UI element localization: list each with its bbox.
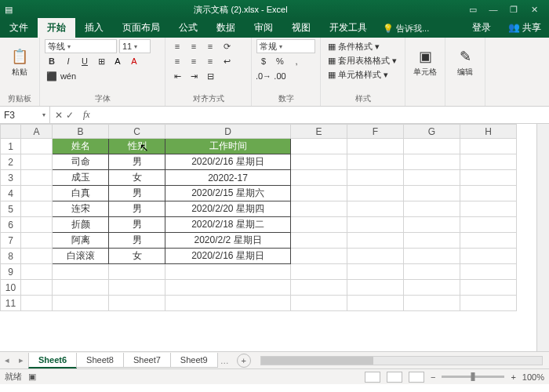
font-color-red[interactable]: A: [127, 54, 141, 68]
cell[interactable]: [21, 280, 53, 296]
font-color-a[interactable]: A: [111, 54, 125, 68]
decrease-indent-button[interactable]: ⇤: [170, 69, 184, 83]
row-header[interactable]: 4: [1, 186, 21, 201]
zoom-in-button[interactable]: +: [511, 372, 515, 382]
decrease-decimal-button[interactable]: .00: [273, 69, 287, 83]
worksheet-grid[interactable]: ABCDEFGH1姓名性别工作时间2司命男2020/2/16 星期日3成玉女20…: [0, 124, 536, 351]
italic-button[interactable]: I: [61, 54, 75, 68]
column-header[interactable]: H: [460, 125, 517, 139]
row-header[interactable]: 10: [1, 280, 21, 296]
align-center-button[interactable]: ≡: [187, 54, 201, 68]
cell[interactable]: [404, 186, 460, 201]
cell[interactable]: 2020/2/16 星期日: [165, 154, 291, 170]
column-header[interactable]: A: [21, 125, 53, 139]
cell[interactable]: [347, 154, 404, 170]
merge-button[interactable]: ⊟: [203, 69, 217, 83]
cell[interactable]: [404, 233, 460, 249]
cell[interactable]: [460, 264, 517, 280]
column-header[interactable]: E: [291, 125, 347, 139]
restore-icon[interactable]: ❐: [504, 5, 524, 15]
tab-data[interactable]: 数据: [207, 18, 245, 38]
cell[interactable]: [165, 296, 291, 311]
percent-button[interactable]: %: [273, 54, 287, 68]
tab-developer[interactable]: 开发工具: [320, 18, 376, 38]
cells-button[interactable]: ▣单元格: [410, 39, 440, 86]
cell[interactable]: 连宋: [53, 201, 109, 217]
cell[interactable]: [291, 233, 347, 249]
font-size-select[interactable]: 11▾: [119, 39, 151, 53]
row-header[interactable]: 7: [1, 233, 21, 249]
cell[interactable]: [21, 296, 53, 311]
wrap-text-button[interactable]: ↩: [220, 54, 234, 68]
minimize-icon[interactable]: —: [483, 5, 504, 14]
cell[interactable]: [347, 296, 404, 311]
cell[interactable]: [21, 139, 53, 154]
cell[interactable]: [347, 186, 404, 201]
new-sheet-button[interactable]: +: [237, 354, 251, 368]
cell[interactable]: [347, 280, 404, 296]
cell[interactable]: [347, 233, 404, 249]
align-middle-button[interactable]: ≡: [187, 39, 201, 53]
zoom-level[interactable]: 100%: [522, 372, 544, 382]
fx-icon[interactable]: fx: [83, 109, 90, 121]
column-header[interactable]: G: [404, 125, 460, 139]
cell[interactable]: 司命: [53, 154, 109, 170]
cell[interactable]: 折颜: [53, 217, 109, 233]
horizontal-scrollbar[interactable]: [260, 356, 543, 365]
underline-button[interactable]: U: [78, 54, 92, 68]
cell[interactable]: [404, 139, 460, 154]
cell[interactable]: 2020/2/15 星期六: [165, 186, 291, 201]
cell[interactable]: [291, 139, 347, 154]
paste-button[interactable]: 📋 粘贴: [5, 39, 35, 86]
cell[interactable]: [291, 170, 347, 186]
column-header[interactable]: F: [347, 125, 404, 139]
row-header[interactable]: 2: [1, 154, 21, 170]
cell[interactable]: [109, 280, 165, 296]
cell[interactable]: [347, 249, 404, 264]
tab-file[interactable]: 文件: [0, 18, 38, 38]
page-break-view-button[interactable]: [409, 372, 424, 383]
cell[interactable]: [21, 249, 53, 264]
cell[interactable]: [460, 154, 517, 170]
cell[interactable]: [404, 264, 460, 280]
cell[interactable]: [291, 264, 347, 280]
cell[interactable]: [21, 201, 53, 217]
cell[interactable]: [460, 217, 517, 233]
border-button[interactable]: ⊞: [94, 54, 108, 68]
editing-button[interactable]: ✎编辑: [450, 39, 480, 86]
cell[interactable]: 2020/2/2 星期日: [165, 233, 291, 249]
share-button[interactable]: 👥 共享: [500, 18, 549, 38]
cell[interactable]: 阿离: [53, 233, 109, 249]
cell[interactable]: 姓名: [53, 139, 109, 154]
cell[interactable]: [460, 139, 517, 154]
row-header[interactable]: 9: [1, 264, 21, 280]
sheet-tab-more[interactable]: …: [217, 356, 232, 365]
increase-indent-button[interactable]: ⇥: [187, 69, 201, 83]
increase-decimal-button[interactable]: .0→: [256, 69, 271, 83]
cell[interactable]: [53, 280, 109, 296]
cell[interactable]: [347, 139, 404, 154]
cell[interactable]: 2020/2/16 星期日: [165, 249, 291, 264]
conditional-format-button[interactable]: ▦ 条件格式 ▾: [325, 39, 400, 53]
cell[interactable]: [21, 186, 53, 201]
cell[interactable]: 白真: [53, 186, 109, 201]
cell[interactable]: 2020/2/20 星期四: [165, 201, 291, 217]
align-right-button[interactable]: ≡: [203, 54, 217, 68]
cell[interactable]: [21, 217, 53, 233]
tab-view[interactable]: 视图: [282, 18, 320, 38]
cell[interactable]: [404, 170, 460, 186]
cell[interactable]: [109, 296, 165, 311]
tab-home[interactable]: 开始: [38, 18, 75, 38]
cell[interactable]: [53, 264, 109, 280]
row-header[interactable]: 1: [1, 139, 21, 154]
cell[interactable]: [165, 280, 291, 296]
cell[interactable]: 女: [109, 170, 165, 186]
cell[interactable]: [460, 296, 517, 311]
cell[interactable]: [404, 201, 460, 217]
ribbon-options-icon[interactable]: ▭: [463, 5, 483, 15]
tab-insert[interactable]: 插入: [75, 18, 113, 38]
cell[interactable]: [404, 296, 460, 311]
cell[interactable]: [460, 201, 517, 217]
cell[interactable]: [404, 249, 460, 264]
cell[interactable]: [347, 264, 404, 280]
